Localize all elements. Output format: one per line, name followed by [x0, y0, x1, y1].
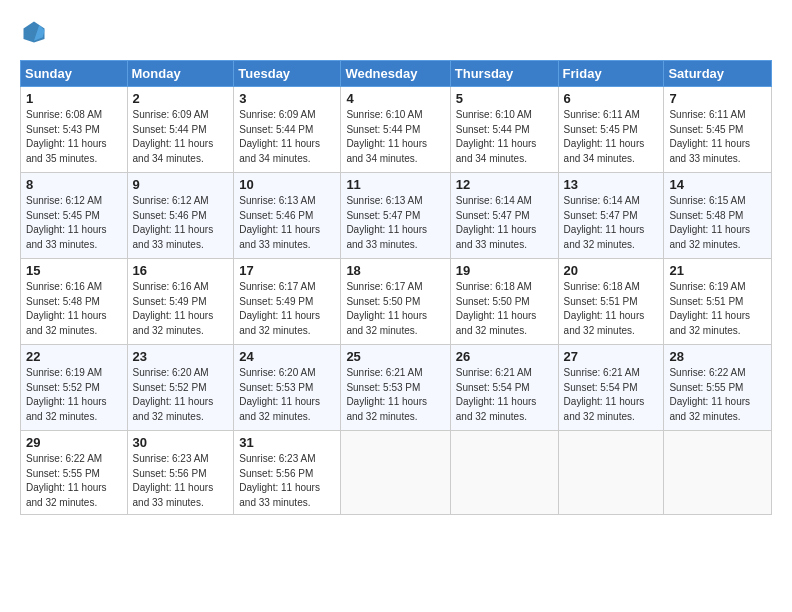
th-saturday: Saturday	[664, 61, 772, 87]
table-row: 17 Sunrise: 6:17 AM Sunset: 5:49 PM Dayl…	[234, 259, 341, 345]
table-row: 8 Sunrise: 6:12 AM Sunset: 5:45 PM Dayli…	[21, 173, 128, 259]
day-info: Sunrise: 6:17 AM Sunset: 5:50 PM Dayligh…	[346, 280, 444, 338]
day-info: Sunrise: 6:14 AM Sunset: 5:47 PM Dayligh…	[456, 194, 553, 252]
table-row: 19 Sunrise: 6:18 AM Sunset: 5:50 PM Dayl…	[450, 259, 558, 345]
table-row: 31 Sunrise: 6:23 AM Sunset: 5:56 PM Dayl…	[234, 431, 341, 515]
day-number: 30	[133, 435, 229, 450]
table-row: 15 Sunrise: 6:16 AM Sunset: 5:48 PM Dayl…	[21, 259, 128, 345]
table-row: 5 Sunrise: 6:10 AM Sunset: 5:44 PM Dayli…	[450, 87, 558, 173]
day-info: Sunrise: 6:22 AM Sunset: 5:55 PM Dayligh…	[26, 452, 122, 510]
day-number: 12	[456, 177, 553, 192]
day-number: 2	[133, 91, 229, 106]
table-row: 27 Sunrise: 6:21 AM Sunset: 5:54 PM Dayl…	[558, 345, 664, 431]
page: Sunday Monday Tuesday Wednesday Thursday…	[0, 0, 792, 525]
day-info: Sunrise: 6:12 AM Sunset: 5:45 PM Dayligh…	[26, 194, 122, 252]
day-number: 13	[564, 177, 659, 192]
day-number: 20	[564, 263, 659, 278]
day-number: 31	[239, 435, 335, 450]
table-row: 6 Sunrise: 6:11 AM Sunset: 5:45 PM Dayli…	[558, 87, 664, 173]
calendar-header: Sunday Monday Tuesday Wednesday Thursday…	[21, 61, 772, 87]
th-wednesday: Wednesday	[341, 61, 450, 87]
day-info: Sunrise: 6:13 AM Sunset: 5:47 PM Dayligh…	[346, 194, 444, 252]
day-info: Sunrise: 6:23 AM Sunset: 5:56 PM Dayligh…	[133, 452, 229, 510]
day-info: Sunrise: 6:20 AM Sunset: 5:53 PM Dayligh…	[239, 366, 335, 424]
th-sunday: Sunday	[21, 61, 128, 87]
day-info: Sunrise: 6:08 AM Sunset: 5:43 PM Dayligh…	[26, 108, 122, 166]
day-number: 16	[133, 263, 229, 278]
table-row: 25 Sunrise: 6:21 AM Sunset: 5:53 PM Dayl…	[341, 345, 450, 431]
day-info: Sunrise: 6:19 AM Sunset: 5:51 PM Dayligh…	[669, 280, 766, 338]
day-number: 21	[669, 263, 766, 278]
day-info: Sunrise: 6:15 AM Sunset: 5:48 PM Dayligh…	[669, 194, 766, 252]
table-row: 26 Sunrise: 6:21 AM Sunset: 5:54 PM Dayl…	[450, 345, 558, 431]
logo	[20, 18, 52, 46]
day-number: 17	[239, 263, 335, 278]
day-number: 25	[346, 349, 444, 364]
day-info: Sunrise: 6:21 AM Sunset: 5:53 PM Dayligh…	[346, 366, 444, 424]
day-info: Sunrise: 6:09 AM Sunset: 5:44 PM Dayligh…	[239, 108, 335, 166]
th-friday: Friday	[558, 61, 664, 87]
day-info: Sunrise: 6:11 AM Sunset: 5:45 PM Dayligh…	[669, 108, 766, 166]
day-number: 5	[456, 91, 553, 106]
weekday-row: Sunday Monday Tuesday Wednesday Thursday…	[21, 61, 772, 87]
day-number: 15	[26, 263, 122, 278]
th-thursday: Thursday	[450, 61, 558, 87]
day-number: 23	[133, 349, 229, 364]
day-info: Sunrise: 6:10 AM Sunset: 5:44 PM Dayligh…	[456, 108, 553, 166]
day-number: 1	[26, 91, 122, 106]
day-info: Sunrise: 6:19 AM Sunset: 5:52 PM Dayligh…	[26, 366, 122, 424]
table-row: 7 Sunrise: 6:11 AM Sunset: 5:45 PM Dayli…	[664, 87, 772, 173]
day-number: 22	[26, 349, 122, 364]
day-number: 11	[346, 177, 444, 192]
table-row: 28 Sunrise: 6:22 AM Sunset: 5:55 PM Dayl…	[664, 345, 772, 431]
table-row: 14 Sunrise: 6:15 AM Sunset: 5:48 PM Dayl…	[664, 173, 772, 259]
table-row: 23 Sunrise: 6:20 AM Sunset: 5:52 PM Dayl…	[127, 345, 234, 431]
table-row: 10 Sunrise: 6:13 AM Sunset: 5:46 PM Dayl…	[234, 173, 341, 259]
table-row	[558, 431, 664, 515]
table-row: 3 Sunrise: 6:09 AM Sunset: 5:44 PM Dayli…	[234, 87, 341, 173]
day-info: Sunrise: 6:16 AM Sunset: 5:49 PM Dayligh…	[133, 280, 229, 338]
day-number: 29	[26, 435, 122, 450]
day-info: Sunrise: 6:22 AM Sunset: 5:55 PM Dayligh…	[669, 366, 766, 424]
table-row	[450, 431, 558, 515]
day-number: 9	[133, 177, 229, 192]
table-row: 22 Sunrise: 6:19 AM Sunset: 5:52 PM Dayl…	[21, 345, 128, 431]
day-info: Sunrise: 6:17 AM Sunset: 5:49 PM Dayligh…	[239, 280, 335, 338]
day-number: 10	[239, 177, 335, 192]
day-number: 26	[456, 349, 553, 364]
table-row: 11 Sunrise: 6:13 AM Sunset: 5:47 PM Dayl…	[341, 173, 450, 259]
table-row	[341, 431, 450, 515]
day-number: 18	[346, 263, 444, 278]
table-row: 2 Sunrise: 6:09 AM Sunset: 5:44 PM Dayli…	[127, 87, 234, 173]
day-info: Sunrise: 6:13 AM Sunset: 5:46 PM Dayligh…	[239, 194, 335, 252]
table-row: 4 Sunrise: 6:10 AM Sunset: 5:44 PM Dayli…	[341, 87, 450, 173]
day-number: 27	[564, 349, 659, 364]
day-info: Sunrise: 6:16 AM Sunset: 5:48 PM Dayligh…	[26, 280, 122, 338]
day-number: 24	[239, 349, 335, 364]
day-info: Sunrise: 6:09 AM Sunset: 5:44 PM Dayligh…	[133, 108, 229, 166]
day-number: 6	[564, 91, 659, 106]
table-row: 21 Sunrise: 6:19 AM Sunset: 5:51 PM Dayl…	[664, 259, 772, 345]
day-number: 19	[456, 263, 553, 278]
day-info: Sunrise: 6:18 AM Sunset: 5:51 PM Dayligh…	[564, 280, 659, 338]
table-row: 24 Sunrise: 6:20 AM Sunset: 5:53 PM Dayl…	[234, 345, 341, 431]
table-row: 29 Sunrise: 6:22 AM Sunset: 5:55 PM Dayl…	[21, 431, 128, 515]
table-row: 1 Sunrise: 6:08 AM Sunset: 5:43 PM Dayli…	[21, 87, 128, 173]
day-number: 8	[26, 177, 122, 192]
table-row: 13 Sunrise: 6:14 AM Sunset: 5:47 PM Dayl…	[558, 173, 664, 259]
table-row: 30 Sunrise: 6:23 AM Sunset: 5:56 PM Dayl…	[127, 431, 234, 515]
day-number: 14	[669, 177, 766, 192]
day-info: Sunrise: 6:10 AM Sunset: 5:44 PM Dayligh…	[346, 108, 444, 166]
day-info: Sunrise: 6:20 AM Sunset: 5:52 PM Dayligh…	[133, 366, 229, 424]
calendar-body: 1 Sunrise: 6:08 AM Sunset: 5:43 PM Dayli…	[21, 87, 772, 515]
table-row: 9 Sunrise: 6:12 AM Sunset: 5:46 PM Dayli…	[127, 173, 234, 259]
table-row: 16 Sunrise: 6:16 AM Sunset: 5:49 PM Dayl…	[127, 259, 234, 345]
calendar: Sunday Monday Tuesday Wednesday Thursday…	[20, 60, 772, 515]
day-info: Sunrise: 6:21 AM Sunset: 5:54 PM Dayligh…	[564, 366, 659, 424]
th-monday: Monday	[127, 61, 234, 87]
day-number: 4	[346, 91, 444, 106]
day-info: Sunrise: 6:14 AM Sunset: 5:47 PM Dayligh…	[564, 194, 659, 252]
header	[20, 18, 772, 46]
day-info: Sunrise: 6:18 AM Sunset: 5:50 PM Dayligh…	[456, 280, 553, 338]
th-tuesday: Tuesday	[234, 61, 341, 87]
